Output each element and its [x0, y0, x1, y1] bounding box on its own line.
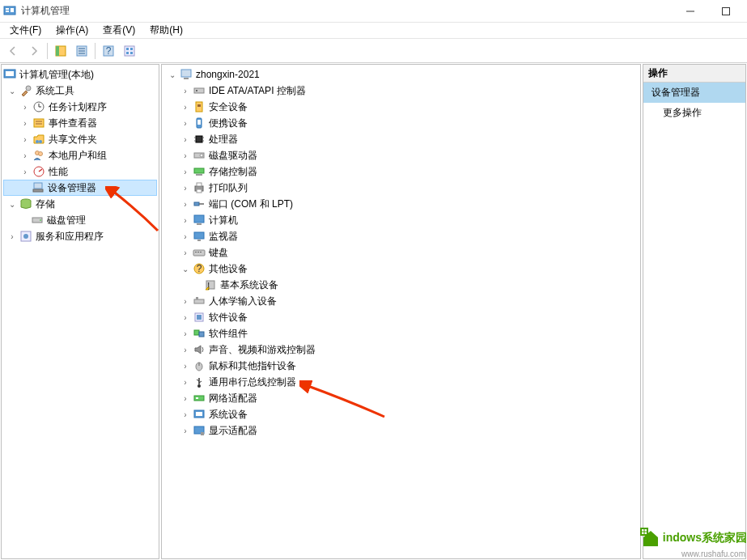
- device-root[interactable]: ⌄ zhongxin-2021: [163, 66, 639, 83]
- tree-label: 网络适配器: [209, 392, 257, 405]
- expand-icon[interactable]: ›: [19, 101, 31, 112]
- device-other-base-system[interactable]: !基本系统设备: [163, 277, 639, 293]
- expand-icon[interactable]: ›: [180, 376, 191, 388]
- expand-icon[interactable]: ›: [180, 117, 191, 129]
- expand-icon[interactable]: ›: [180, 312, 191, 323]
- device-keyboards[interactable]: ›键盘: [163, 244, 639, 261]
- svg-rect-41: [181, 70, 191, 77]
- device-ide[interactable]: ›IDE ATA/ATAPI 控制器: [163, 83, 639, 99]
- tree-event-viewer[interactable]: › 事件查看器: [3, 115, 157, 131]
- expand-icon[interactable]: ›: [180, 344, 191, 355]
- tree-storage[interactable]: ⌄ 存储: [3, 196, 157, 212]
- expand-icon[interactable]: ›: [180, 166, 191, 177]
- expand-icon[interactable]: ›: [19, 117, 31, 129]
- collapse-icon[interactable]: ⌄: [180, 263, 191, 274]
- expand-icon[interactable]: ›: [19, 134, 31, 145]
- menu-view[interactable]: 查看(V): [96, 22, 142, 39]
- expand-icon[interactable]: ›: [19, 166, 31, 177]
- storage-icon: [19, 197, 32, 210]
- menu-action[interactable]: 操作(A): [49, 22, 95, 39]
- device-software-components[interactable]: ›软件组件: [163, 325, 639, 342]
- collapse-icon[interactable]: ⌄: [6, 198, 18, 210]
- collapse-icon[interactable]: ⌄: [6, 85, 18, 96]
- expand-icon[interactable]: ›: [19, 150, 31, 161]
- device-display-adapters[interactable]: ›显示适配器: [163, 422, 639, 439]
- tree-root-computer-management[interactable]: 计算机管理(本地): [3, 66, 157, 83]
- device-tree[interactable]: ⌄ zhongxin-2021 ›IDE ATA/ATAPI 控制器 ›安全设备…: [162, 65, 640, 440]
- back-button[interactable]: [3, 41, 23, 61]
- tree-label: 软件设备: [209, 311, 248, 325]
- device-security[interactable]: ›安全设备: [163, 99, 639, 115]
- nav-tree[interactable]: 计算机管理(本地) ⌄ 系统工具 › 任务计划程序 › 事件查看器: [2, 65, 159, 246]
- tree-shared-folders[interactable]: › 共享文件夹: [3, 131, 157, 147]
- collapse-icon[interactable]: ⌄: [167, 69, 178, 80]
- svg-rect-64: [197, 223, 202, 225]
- usb-icon: [193, 375, 206, 388]
- device-other[interactable]: ⌄?其他设备: [163, 261, 639, 277]
- forward-button[interactable]: [24, 41, 44, 61]
- expand-icon[interactable]: ›: [180, 182, 191, 193]
- svg-point-31: [39, 152, 43, 156]
- device-ports[interactable]: ›端口 (COM 和 LPT): [163, 196, 639, 212]
- expand-icon[interactable]: ›: [180, 328, 191, 339]
- device-mice[interactable]: ›鼠标和其他指针设备: [163, 358, 639, 374]
- tree-disk-management[interactable]: 磁盘管理: [3, 212, 157, 228]
- expand-icon[interactable]: ›: [180, 425, 191, 436]
- tree-performance[interactable]: › 性能: [3, 163, 157, 180]
- expand-icon[interactable]: ›: [180, 134, 191, 145]
- expand-icon[interactable]: ›: [180, 360, 191, 371]
- device-monitors[interactable]: ›监视器: [163, 228, 639, 244]
- expand-icon[interactable]: ›: [180, 150, 191, 161]
- device-storage-controllers[interactable]: ›存储控制器: [163, 163, 639, 180]
- menu-file[interactable]: 文件(F): [3, 22, 48, 39]
- properties-button[interactable]: [72, 41, 91, 61]
- show-hide-tree-button[interactable]: [51, 41, 70, 61]
- watermark-text: indows系统家园: [663, 531, 747, 545]
- device-portable[interactable]: ›便携设备: [163, 115, 639, 131]
- svg-rect-14: [125, 46, 134, 56]
- expand-icon[interactable]: ›: [180, 214, 191, 226]
- help-button[interactable]: ?: [99, 41, 118, 61]
- system-device-icon: [193, 408, 206, 421]
- device-manager-icon: [32, 181, 45, 194]
- svg-point-38: [40, 219, 41, 221]
- minimize-button[interactable]: [673, 0, 708, 23]
- tree-label: zhongxin-2021: [196, 69, 260, 80]
- expand-icon[interactable]: ›: [6, 231, 18, 242]
- svg-text:?: ?: [197, 263, 202, 274]
- refresh-button[interactable]: [120, 41, 139, 61]
- device-processors[interactable]: ›处理器: [163, 131, 639, 147]
- expand-icon[interactable]: ›: [180, 198, 191, 210]
- actions-more[interactable]: 更多操作: [643, 103, 745, 123]
- expand-icon[interactable]: ›: [180, 247, 191, 258]
- device-usb[interactable]: ›通用串行总线控制器: [163, 374, 639, 390]
- tree-system-tools[interactable]: ⌄ 系统工具: [3, 83, 157, 99]
- expand-icon[interactable]: ›: [180, 231, 191, 242]
- expand-icon[interactable]: ›: [180, 409, 191, 420]
- tree-label: 显示适配器: [209, 424, 257, 438]
- device-computer[interactable]: ›计算机: [163, 212, 639, 228]
- tree-device-manager[interactable]: 设备管理器: [3, 180, 157, 196]
- expand-icon[interactable]: ›: [180, 85, 191, 96]
- device-disk-drives[interactable]: ›磁盘驱动器: [163, 147, 639, 163]
- device-sound[interactable]: ›声音、视频和游戏控制器: [163, 342, 639, 358]
- expand-icon[interactable]: ›: [180, 295, 191, 307]
- device-print-queues[interactable]: ›打印队列: [163, 180, 639, 196]
- expand-icon[interactable]: ›: [180, 392, 191, 404]
- maximize-button[interactable]: [708, 0, 744, 23]
- tree-label: 设备管理器: [48, 181, 96, 195]
- svg-rect-57: [196, 174, 202, 176]
- device-network[interactable]: ›网络适配器: [163, 390, 639, 406]
- device-system-devices[interactable]: ›系统设备: [163, 406, 639, 422]
- tree-local-users[interactable]: › 本地用户和组: [3, 147, 157, 163]
- tree-task-scheduler[interactable]: › 任务计划程序: [3, 99, 157, 115]
- tree-label: 磁盘驱动器: [209, 149, 257, 163]
- tree-label: 端口 (COM 和 LPT): [209, 197, 293, 211]
- expand-icon[interactable]: ›: [180, 101, 191, 112]
- menu-help[interactable]: 帮助(H): [143, 22, 189, 39]
- tree-services-apps[interactable]: › 服务和应用程序: [3, 228, 157, 244]
- device-software-devices[interactable]: ›软件设备: [163, 309, 639, 325]
- port-icon: [193, 197, 206, 210]
- actions-category[interactable]: 设备管理器: [643, 83, 745, 103]
- device-hid[interactable]: ›人体学输入设备: [163, 293, 639, 309]
